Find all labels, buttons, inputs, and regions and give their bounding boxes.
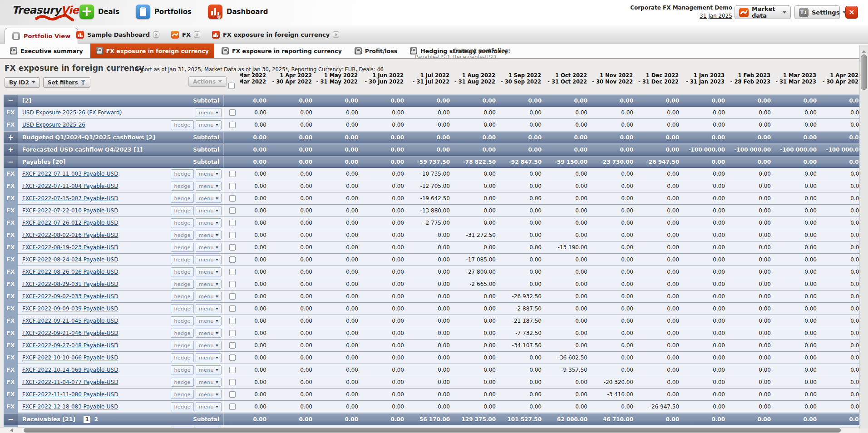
row-checkbox[interactable] xyxy=(229,232,236,238)
tab-sample-dashboard[interactable]: Sample Dashboard× xyxy=(76,31,159,39)
menu-button[interactable]: menu xyxy=(196,267,222,276)
row-checkbox[interactable] xyxy=(229,195,236,202)
deal-link[interactable]: FXCF-2022-08-24-024 Payable-USD xyxy=(22,256,118,263)
menu-button[interactable]: menu xyxy=(196,390,222,399)
subtab-fx-exposure-in-reporting-currency[interactable]: FX exposure in reporting currency xyxy=(216,44,347,58)
expander-toggle[interactable]: + xyxy=(4,132,18,143)
hedge-button[interactable]: hedge xyxy=(171,316,193,325)
menu-button[interactable]: menu xyxy=(196,316,222,325)
hedge-button[interactable]: hedge xyxy=(171,365,193,374)
menu-button[interactable]: menu xyxy=(196,304,222,313)
menu-button[interactable]: menu xyxy=(196,280,222,289)
expander-toggle[interactable]: − xyxy=(4,156,18,167)
set-filters-button[interactable]: Set filters xyxy=(43,77,90,88)
menu-button[interactable]: menu xyxy=(196,353,222,362)
subtab-profit-loss[interactable]: Profit/loss xyxy=(349,44,403,58)
settings-button[interactable]: Settings xyxy=(794,5,840,19)
horizontal-scrollbar[interactable] xyxy=(0,427,859,433)
row-checkbox[interactable] xyxy=(229,367,236,373)
row-checkbox[interactable] xyxy=(229,256,236,263)
menu-button[interactable]: menu xyxy=(196,182,222,191)
menu-button[interactable]: menu xyxy=(196,341,222,350)
row-checkbox[interactable] xyxy=(229,183,236,189)
deal-link[interactable]: FXCF-2022-08-19-023 Payable-USD xyxy=(22,244,118,251)
hedge-button[interactable]: hedge xyxy=(171,304,193,313)
by-id2-dropdown[interactable]: By ID2 xyxy=(5,77,40,88)
menu-button[interactable]: menu xyxy=(196,365,222,374)
row-checkbox[interactable] xyxy=(229,354,236,361)
menu-button[interactable]: menu xyxy=(196,206,222,215)
subtab-executive-summary[interactable]: Executive summary xyxy=(5,44,89,58)
row-checkbox[interactable] xyxy=(229,403,236,410)
select-all-checkbox[interactable] xyxy=(228,83,235,89)
menu-button[interactable]: menu xyxy=(196,218,222,227)
menu-button[interactable]: menu xyxy=(196,402,222,411)
page-button-2[interactable]: 2 xyxy=(93,416,99,423)
deal-link[interactable]: FXCF-2022-07-26-012 Payable-USD xyxy=(22,220,118,226)
deal-link[interactable]: FXCF-2022-08-02-016 Payable-USD xyxy=(22,232,118,238)
menu-button[interactable]: menu xyxy=(196,243,222,252)
row-checkbox[interactable] xyxy=(229,109,236,116)
hedge-button[interactable]: hedge xyxy=(171,120,193,129)
row-checkbox[interactable] xyxy=(229,244,236,251)
row-checkbox[interactable] xyxy=(229,269,236,275)
row-checkbox[interactable] xyxy=(229,220,236,226)
hedge-button[interactable]: hedge xyxy=(171,206,193,215)
row-checkbox[interactable] xyxy=(229,330,236,336)
hedge-button[interactable]: hedge xyxy=(171,390,193,399)
menu-button[interactable]: menu xyxy=(196,169,222,178)
menu-button[interactable]: menu xyxy=(196,120,222,129)
subtab-fx-exposure-in-foreign-currency[interactable]: FX exposure in foreign currency xyxy=(90,44,214,58)
deal-link[interactable]: USD Exposure 2025-26 xyxy=(22,122,85,128)
close-tab-icon[interactable]: × xyxy=(194,31,200,38)
deal-link[interactable]: FXCF-2022-07-11-004 Payable-USD xyxy=(22,183,118,189)
deal-link[interactable]: FXCF-2022-08-29-031 Payable-USD xyxy=(22,281,118,287)
deal-link[interactable]: FXCF-2022-09-21-046 Payable-USD xyxy=(22,330,118,336)
report-date-link[interactable]: 31 Jan 2025 xyxy=(700,13,732,19)
row-checkbox[interactable] xyxy=(229,305,236,312)
menu-button[interactable]: menu xyxy=(196,292,222,301)
deal-link[interactable]: FXCF-2022-10-10-066 Payable-USD xyxy=(22,354,118,361)
menu-button[interactable]: menu xyxy=(196,378,222,387)
tab-fx-exposure-in-foreign-currency[interactable]: FX exposure in foreign currency× xyxy=(212,31,339,39)
expander-toggle[interactable]: + xyxy=(4,144,18,155)
row-checkbox[interactable] xyxy=(229,293,236,300)
vertical-scrollbar-thumb[interactable] xyxy=(861,54,867,90)
row-checkbox[interactable] xyxy=(229,379,236,385)
menu-button[interactable]: menu xyxy=(196,329,222,338)
hedge-button[interactable]: hedge xyxy=(171,341,193,350)
deal-link[interactable]: FXCF-2022-08-26-026 Payable-USD xyxy=(22,269,118,275)
deal-link[interactable]: FXCF-2022-09-21-045 Payable-USD xyxy=(22,318,118,324)
deal-link[interactable]: FXCF-2022-07-15-007 Payable-USD xyxy=(22,195,118,202)
expander-toggle[interactable]: − xyxy=(4,413,18,425)
deal-link[interactable]: FXCF-2022-07-22-010 Payable-USD xyxy=(22,207,118,214)
hedge-button[interactable]: hedge xyxy=(171,255,193,264)
row-checkbox[interactable] xyxy=(229,391,236,398)
hedge-button[interactable]: hedge xyxy=(171,231,193,240)
horizontal-scrollbar-thumb[interactable] xyxy=(24,428,841,433)
row-checkbox[interactable] xyxy=(229,281,236,287)
tab-fx[interactable]: FX× xyxy=(171,31,200,39)
scroll-up-arrow-icon[interactable] xyxy=(862,48,866,53)
deal-link[interactable]: USD Exposure 2025-26 (FX Forward) xyxy=(22,109,122,116)
menu-button[interactable]: menu xyxy=(196,255,222,264)
close-tab-icon[interactable]: × xyxy=(333,31,339,38)
menu-button[interactable]: menu xyxy=(196,108,222,117)
deal-link[interactable]: FXCF-2022-12-18-083 Payable-USD xyxy=(22,403,118,410)
hedge-button[interactable]: hedge xyxy=(171,353,193,362)
page-button-1[interactable]: 1 xyxy=(84,416,90,423)
deal-link[interactable]: FXCF-2022-09-02-033 Payable-USD xyxy=(22,293,118,300)
deal-link[interactable]: FXCF-2022-10-14-069 Payable-USD xyxy=(22,367,118,373)
hedge-button[interactable]: hedge xyxy=(171,329,193,338)
deal-link[interactable]: FXCF-2022-07-11-003 Payable-USD xyxy=(22,171,118,177)
hedge-button[interactable]: hedge xyxy=(171,169,193,178)
scroll-left-arrow-icon[interactable] xyxy=(8,428,13,432)
nav-item-portfolios[interactable]: Portfolios xyxy=(136,5,192,19)
row-checkbox[interactable] xyxy=(229,122,236,128)
row-checkbox[interactable] xyxy=(229,207,236,214)
hedge-button[interactable]: hedge xyxy=(171,402,193,411)
nav-item-dashboard[interactable]: Dashboard xyxy=(208,5,268,19)
hedge-button[interactable]: hedge xyxy=(171,243,193,252)
hedge-button[interactable]: hedge xyxy=(171,292,193,301)
deal-link[interactable]: FXCF-2022-09-09-039 Payable-USD xyxy=(22,305,118,312)
